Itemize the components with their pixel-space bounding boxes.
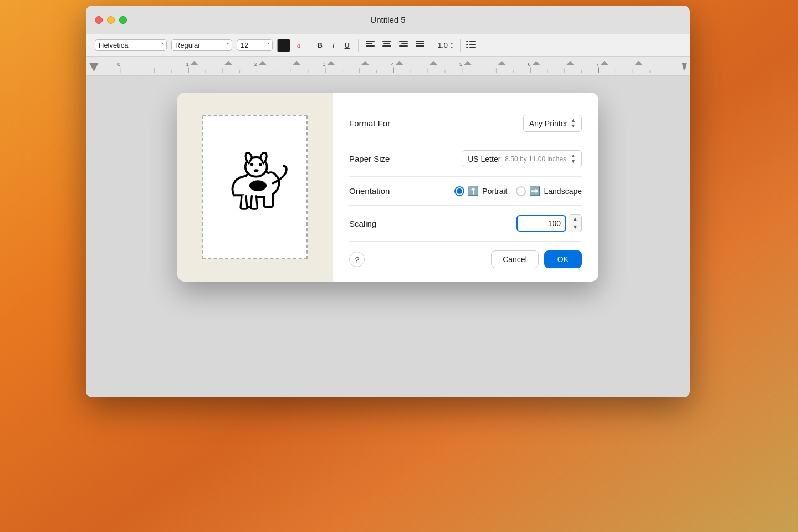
font-style-select[interactable]: Regular: [171, 39, 232, 51]
landscape-option[interactable]: ➡️ Landscape: [516, 186, 582, 196]
svg-text:1: 1: [186, 62, 188, 68]
font-size-wrapper[interactable]: 12: [237, 39, 273, 51]
format-for-control: Any Printer ▲ ▼: [523, 115, 582, 132]
svg-point-76: [250, 163, 253, 166]
svg-rect-18: [86, 57, 690, 75]
svg-rect-5: [382, 45, 391, 47]
align-justify-button[interactable]: [414, 39, 426, 51]
format-for-label: Format For: [349, 119, 390, 128]
help-button[interactable]: ?: [349, 252, 365, 267]
app-window: Untitled 5 Helvetica Regular 12 a B I U: [86, 6, 690, 397]
format-for-value: Any Printer: [529, 119, 567, 128]
svg-rect-11: [416, 45, 424, 47]
portrait-option[interactable]: ⬆️ Portrait: [454, 186, 507, 196]
line-spacing-value: 1.0: [438, 41, 448, 49]
text-color-button[interactable]: a: [295, 40, 303, 51]
ok-button[interactable]: OK: [544, 250, 582, 268]
orientation-label: Orientation: [349, 186, 390, 196]
paper-size-dropdown[interactable]: US Letter 8.50 by 11.00 inches ▲ ▼: [462, 150, 582, 167]
separator-3: [432, 39, 432, 52]
landscape-label: Landscape: [544, 187, 582, 196]
traffic-lights: [95, 16, 127, 24]
svg-point-77: [259, 163, 262, 166]
font-style-wrapper[interactable]: Regular: [171, 39, 232, 51]
align-right-button[interactable]: [397, 39, 410, 51]
close-button[interactable]: [95, 16, 103, 24]
separator-2: [358, 39, 359, 52]
svg-text:6: 6: [528, 62, 530, 68]
scaling-label: Scaling: [349, 219, 376, 228]
paper-size-label: Paper Size: [349, 154, 390, 163]
stepper-down-button[interactable]: ▼: [569, 223, 581, 232]
portrait-radio[interactable]: [454, 186, 464, 196]
paper-size-row: Paper Size US Letter 8.50 by 11.00 inche…: [349, 141, 582, 177]
align-center-button[interactable]: [381, 39, 393, 51]
ruler: 0 1 2 3: [86, 57, 690, 76]
svg-text:0: 0: [117, 62, 120, 68]
orientation-control: ⬆️ Portrait ➡️ Landscape: [454, 186, 582, 196]
line-spacing-control[interactable]: 1.0: [438, 41, 454, 49]
toolbar: Helvetica Regular 12 a B I U: [86, 34, 690, 57]
text-color-swatch[interactable]: [277, 39, 290, 52]
cancel-button[interactable]: Cancel: [491, 250, 539, 268]
format-for-row: Format For Any Printer ▲ ▼: [349, 106, 582, 141]
svg-text:4: 4: [391, 62, 394, 68]
window-title: Untitled 5: [370, 15, 405, 24]
svg-rect-12: [466, 41, 468, 42]
paper-size-control: US Letter 8.50 by 11.00 inches ▲ ▼: [462, 150, 582, 167]
svg-rect-1: [366, 43, 372, 44]
svg-rect-3: [382, 41, 391, 42]
underline-button[interactable]: U: [342, 40, 352, 50]
list-button[interactable]: [466, 40, 476, 50]
minimize-button[interactable]: [107, 16, 115, 24]
font-size-select[interactable]: 12: [237, 39, 273, 51]
dialog-footer: ? Cancel OK: [349, 244, 582, 268]
svg-rect-9: [416, 41, 424, 42]
separator-1: [309, 39, 309, 52]
svg-text:7: 7: [596, 62, 599, 68]
orientation-row: Orientation ⬆️ Portrait ➡️ Landscape: [349, 177, 582, 206]
format-for-chevron: ▲ ▼: [571, 118, 576, 129]
portrait-label: Portrait: [482, 187, 507, 196]
titlebar: Untitled 5: [86, 6, 690, 34]
dialog-preview-panel: [177, 93, 332, 282]
bold-button[interactable]: B: [315, 40, 325, 50]
chevron-down-icon: ▼: [571, 124, 576, 129]
scaling-control: ▲ ▼: [516, 214, 582, 232]
svg-rect-10: [416, 43, 424, 44]
svg-rect-7: [401, 43, 408, 44]
svg-rect-17: [469, 47, 476, 48]
separator-4: [460, 39, 461, 52]
scaling-stepper[interactable]: ▲ ▼: [569, 214, 582, 232]
scaling-row: Scaling ▲ ▼: [349, 206, 582, 242]
svg-rect-16: [466, 47, 468, 48]
svg-rect-13: [469, 41, 476, 42]
svg-text:3: 3: [323, 62, 325, 68]
paper-size-dims: 8.50 by 11.00 inches: [505, 155, 566, 163]
dialog-overlay: Format For Any Printer ▲ ▼: [86, 76, 690, 397]
paper-chevron-down-icon: ▼: [571, 159, 576, 164]
footer-buttons: Cancel OK: [491, 250, 582, 268]
portrait-icon: ⬆️: [468, 186, 479, 196]
landscape-radio[interactable]: [516, 186, 526, 196]
svg-text:5: 5: [459, 62, 462, 68]
font-family-select[interactable]: Helvetica: [95, 39, 167, 51]
svg-rect-8: [399, 45, 408, 47]
stepper-up-button[interactable]: ▲: [569, 215, 581, 223]
paper-size-value: US Letter: [468, 155, 500, 163]
svg-rect-15: [469, 44, 476, 45]
dog-illustration: [219, 150, 291, 224]
page-preview: [202, 115, 308, 259]
svg-rect-14: [466, 44, 468, 45]
maximize-button[interactable]: [119, 16, 127, 24]
paper-size-chevron: ▲ ▼: [571, 154, 576, 164]
format-for-dropdown[interactable]: Any Printer ▲ ▼: [523, 115, 582, 132]
scaling-input[interactable]: [516, 215, 566, 232]
svg-rect-4: [383, 43, 390, 44]
align-left-button[interactable]: [364, 39, 376, 51]
italic-button[interactable]: I: [330, 40, 337, 50]
chevron-up-icon: ▲: [571, 118, 576, 123]
svg-rect-2: [366, 45, 375, 47]
font-family-wrapper[interactable]: Helvetica: [95, 39, 167, 51]
paper-chevron-up-icon: ▲: [571, 154, 576, 158]
